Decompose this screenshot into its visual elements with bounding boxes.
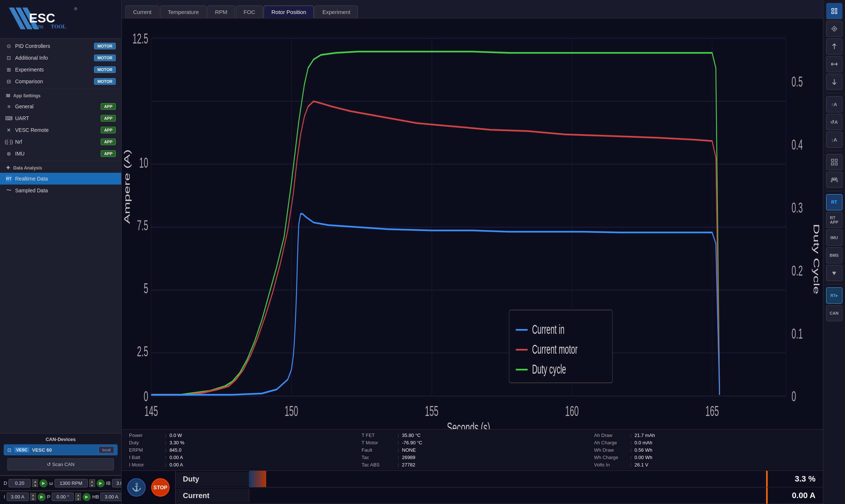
sidebar-item-comparison[interactable]: ⊟ Comparison MOTOR xyxy=(0,76,121,87)
zoom-fit-button[interactable] xyxy=(826,3,842,19)
d-play-button[interactable]: ▶ xyxy=(39,479,48,487)
p-play-button[interactable]: ▶ xyxy=(83,493,91,501)
tac-value: 26989 xyxy=(402,455,415,460)
p-down[interactable]: ▼ xyxy=(75,497,81,501)
hb-value[interactable]: 3.00 A xyxy=(100,493,122,501)
grid-button[interactable] xyxy=(826,154,842,170)
sidebar-item-sampled-data[interactable]: 〜 Sampled Data xyxy=(0,185,121,196)
app-settings-header: ≋ App Settings xyxy=(0,89,121,101)
bottom-controls-2: I 3.00 A ▲ ▼ ▶ P 0.00 ° ▲ ▼ ▶ HB 3.00 A … xyxy=(0,490,121,504)
can-device-icon: ⊡ xyxy=(7,447,11,453)
can-device-item[interactable]: ⊡ VESC VESC 60 local xyxy=(4,444,118,455)
scan-can-button[interactable]: ↺ Scan CAN xyxy=(7,458,114,470)
tab-rpm[interactable]: RPM xyxy=(207,6,235,18)
w-play-button[interactable]: ▶ xyxy=(97,479,105,487)
ah-draw-label: Ah Draw xyxy=(594,433,627,438)
p-up[interactable]: ▲ xyxy=(75,493,81,497)
i-play-button[interactable]: ▶ xyxy=(38,493,46,501)
sidebar-item-pid-controllers[interactable]: ⊙ PID Controllers MOTOR xyxy=(0,40,121,52)
i-up[interactable]: ▲ xyxy=(30,493,36,497)
status-tac-abs: Tac ABS : 27782 xyxy=(362,462,583,468)
ibatt-label: I Batt xyxy=(129,455,162,460)
w-up[interactable]: ▲ xyxy=(89,479,95,483)
p-label: P xyxy=(47,494,51,500)
status-tmotor: T Motor : -76.90 °C xyxy=(362,440,583,445)
sidebar-item-realtime-data[interactable]: RT Realtime Data xyxy=(0,173,121,185)
p-spinner[interactable]: ▲ ▼ xyxy=(75,493,81,501)
zoom-up-button[interactable] xyxy=(826,38,842,55)
sidebar-item-uart[interactable]: ⌨ UART APP xyxy=(0,112,121,124)
right-panel: ↑A ↺A ↓A 🎮 RT RTAPP IMU BMS ♥ RT▸ CAN xyxy=(823,0,845,504)
rt-app-button[interactable]: RTAPP xyxy=(826,212,842,228)
rt-realtime-button[interactable]: RT xyxy=(826,194,842,210)
realtime-icon: RT xyxy=(6,175,12,182)
power-value: 0.0 W xyxy=(170,433,182,438)
svg-rect-55 xyxy=(831,163,834,165)
up-arrow-icon xyxy=(831,43,838,50)
ibatt-value: 0.00 A xyxy=(170,455,183,460)
status-tfet: T FET : 35.80 °C xyxy=(362,433,583,438)
tfet-value: 35.80 °C xyxy=(402,433,421,438)
reset-a-button[interactable]: ↺A xyxy=(826,114,842,130)
tab-current[interactable]: Current xyxy=(125,6,159,18)
i-spinner[interactable]: ▲ ▼ xyxy=(30,493,36,501)
duty-cycle-line xyxy=(151,52,720,395)
scale-down-a-button[interactable]: ↓A xyxy=(826,132,842,148)
x-axis-label: Seconds (s) xyxy=(447,419,490,429)
omega-label: ω xyxy=(49,480,53,486)
pan-horizontal-button[interactable] xyxy=(826,56,842,72)
erpm-label: ERPM xyxy=(129,447,162,453)
imotor-value: 0.00 A xyxy=(170,462,183,468)
tab-rotor-position[interactable]: Rotor Position xyxy=(264,6,314,18)
d-down[interactable]: ▼ xyxy=(32,483,38,487)
d-spinner[interactable]: ▲ ▼ xyxy=(32,479,38,487)
heart-button[interactable]: ♥ xyxy=(826,265,842,281)
down-arrow-icon xyxy=(831,78,838,85)
zoom-in-button[interactable] xyxy=(826,21,842,37)
w-spinner[interactable]: ▲ ▼ xyxy=(89,479,95,487)
svg-text:0.5: 0.5 xyxy=(792,73,803,90)
can-button[interactable]: CAN xyxy=(826,305,842,321)
action-buttons: ⚓ STOP xyxy=(122,471,175,504)
svg-text:GRATIS: GRATIS xyxy=(29,25,43,29)
gamepad-button[interactable]: 🎮 xyxy=(826,172,842,188)
tab-experiment[interactable]: Experiment xyxy=(314,6,358,18)
sidebar-item-additional-info[interactable]: ⊡ Additional Info MOTOR xyxy=(0,52,121,64)
svg-rect-46 xyxy=(835,12,837,14)
data-analysis-header: ✦ Data Analysis xyxy=(0,161,121,173)
d-value[interactable]: 0.20 xyxy=(8,479,31,487)
i-value[interactable]: 3.00 A xyxy=(7,493,29,501)
ib-value[interactable]: 3.00 A xyxy=(112,479,122,487)
svg-text:0.3: 0.3 xyxy=(792,199,803,216)
i-down[interactable]: ▼ xyxy=(30,497,36,501)
sidebar-item-nrf[interactable]: ((·)) Nrf APP xyxy=(0,136,121,148)
right-divider-4 xyxy=(827,284,842,284)
tab-temperature[interactable]: Temperature xyxy=(160,6,206,18)
tab-foc[interactable]: FOC xyxy=(236,6,263,18)
rt-active-button[interactable]: RT▸ xyxy=(826,287,842,304)
bms-button[interactable]: BMS xyxy=(826,247,842,263)
sidebar-item-imu[interactable]: ⊛ IMU APP xyxy=(0,148,121,160)
tabs-bar: Current Temperature RPM FOC Rotor Positi… xyxy=(122,0,823,18)
motor-badge: MOTOR xyxy=(94,43,116,49)
current-in-line xyxy=(151,214,720,395)
sampled-icon: 〜 xyxy=(6,187,12,194)
sidebar-item-general[interactable]: ≡ General APP xyxy=(0,101,121,112)
reset-a-icon: ↺A xyxy=(830,119,838,125)
p-value[interactable]: 0.00 ° xyxy=(52,493,74,501)
fault-label: Fault xyxy=(362,447,395,453)
anchor-button[interactable]: ⚓ xyxy=(127,478,146,497)
sidebar-item-vesc-remote[interactable]: ✕ VESC Remote APP xyxy=(0,124,121,136)
volts-in-value: 26.1 V xyxy=(634,462,648,468)
stop-button[interactable]: STOP xyxy=(151,478,170,497)
bottom-controls: D 0.20 ▲ ▼ ▶ ω 1300 RPM ▲ ▼ ▶ IB 3.00 A … xyxy=(0,475,121,490)
w-value[interactable]: 1300 RPM xyxy=(55,479,88,487)
svg-rect-44 xyxy=(835,8,837,10)
y-right-label: Duty Cycle xyxy=(812,224,821,294)
w-down[interactable]: ▼ xyxy=(89,483,95,487)
scale-up-a-button[interactable]: ↑A xyxy=(826,96,842,112)
zoom-down-button[interactable] xyxy=(826,74,842,90)
sidebar-item-experiments[interactable]: ⊞ Experiments MOTOR xyxy=(0,64,121,76)
imu-button[interactable]: IMU xyxy=(826,230,842,246)
d-up[interactable]: ▲ xyxy=(32,479,38,483)
